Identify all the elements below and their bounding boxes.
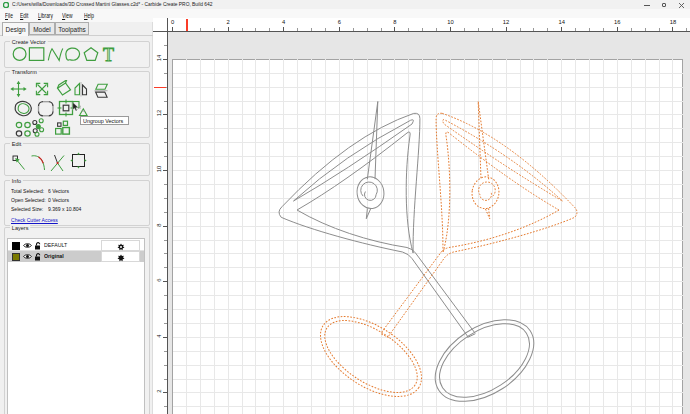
svg-text:T: T	[103, 47, 114, 62]
